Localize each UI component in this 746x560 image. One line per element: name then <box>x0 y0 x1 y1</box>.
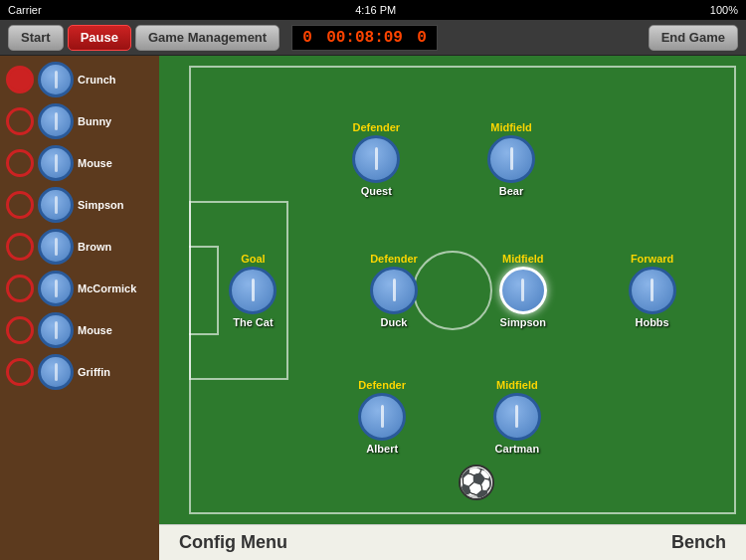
player-avatar <box>38 103 74 139</box>
sidebar-player-brown[interactable]: Brown <box>2 227 157 267</box>
player-avatar <box>38 187 74 223</box>
player-name-field-label: Simpson <box>500 316 546 328</box>
player-name-label: Mouse <box>78 324 112 336</box>
field-player-hobbs[interactable]: ForwardHobbs <box>629 253 676 328</box>
player-name-field-label: Bear <box>499 185 523 197</box>
end-game-button[interactable]: End Game <box>649 25 738 51</box>
player-name-field-label: Albert <box>366 443 398 455</box>
red-indicator <box>6 149 34 177</box>
position-label: Midfield <box>502 253 544 265</box>
carrier-label: Carrier <box>8 4 42 16</box>
red-indicator <box>6 275 34 302</box>
player-name-field-label: Hobbs <box>635 316 668 328</box>
player-avatar <box>38 145 74 181</box>
sidebar-player-crunch[interactable]: Crunch <box>2 60 157 99</box>
player-circle <box>352 135 400 183</box>
red-indicator <box>6 191 34 219</box>
player-name-label: Mouse <box>78 157 112 169</box>
sidebar-player-mccormick[interactable]: McCormick <box>2 269 157 308</box>
player-name-field-label: Duck <box>381 316 408 328</box>
player-name-field-label: The Cat <box>233 316 273 328</box>
field-player-albert[interactable]: DefenderAlbert <box>358 379 406 455</box>
red-indicator <box>6 107 34 135</box>
player-name-label: Griffin <box>78 366 110 378</box>
player-avatar <box>38 312 74 348</box>
goal-area <box>189 246 219 335</box>
center-circle <box>413 251 492 330</box>
position-label: Defender <box>358 379 406 391</box>
player-circle <box>629 267 676 314</box>
main-area: CrunchBunnyMouseSimpsonBrownMcCormickMou… <box>0 56 746 560</box>
config-menu-label[interactable]: Config Menu <box>179 532 287 553</box>
player-circle <box>370 267 418 314</box>
player-name-label: Simpson <box>78 199 123 211</box>
position-label: Defender <box>352 121 400 133</box>
bench-label[interactable]: Bench <box>671 532 726 553</box>
field-player-cartman[interactable]: MidfieldCartman <box>493 379 541 455</box>
game-management-button[interactable]: Game Management <box>135 25 280 51</box>
player-circle <box>499 267 547 314</box>
sidebar-player-mouse[interactable]: Mouse <box>2 143 157 183</box>
player-avatar <box>38 271 74 306</box>
player-name-field-label: Cartman <box>495 443 540 455</box>
position-label: Goal <box>241 253 265 265</box>
player-avatar <box>38 354 74 390</box>
time-label: 4:16 PM <box>355 4 396 16</box>
field-player-duck[interactable]: DefenderDuck <box>370 253 418 328</box>
sidebar-player-griffin[interactable]: Griffin <box>2 352 157 392</box>
player-name-label: Crunch <box>78 74 116 86</box>
position-label: Midfield <box>490 121 532 133</box>
sidebar-player-simpson[interactable]: Simpson <box>2 185 157 225</box>
field-player-quest[interactable]: DefenderQuest <box>352 121 400 197</box>
player-avatar <box>38 229 74 265</box>
status-bar: Carrier 4:16 PM 100% <box>0 0 746 20</box>
field-player-simpson[interactable]: MidfieldSimpson <box>499 253 547 328</box>
player-sidebar: CrunchBunnyMouseSimpsonBrownMcCormickMou… <box>0 56 159 560</box>
field-container: DefenderQuestMidfieldBearGoalThe CatDefe… <box>159 56 746 560</box>
toolbar: Start Pause Game Management 0 00:08:09 0… <box>0 20 746 56</box>
bottom-bar: Config Menu Bench <box>159 524 746 560</box>
field-player-thecat[interactable]: GoalThe Cat <box>229 253 277 328</box>
red-indicator <box>6 66 34 93</box>
soccer-field[interactable]: DefenderQuestMidfieldBearGoalThe CatDefe… <box>159 56 746 524</box>
player-name-label: McCormick <box>78 282 136 294</box>
sidebar-player-mouse[interactable]: Mouse <box>2 310 157 350</box>
player-circle <box>358 393 406 441</box>
player-circle <box>493 393 541 441</box>
red-indicator <box>6 233 34 261</box>
game-time: 00:08:09 <box>326 29 403 47</box>
home-score: 0 <box>300 29 314 47</box>
battery-label: 100% <box>710 4 738 16</box>
sidebar-player-bunny[interactable]: Bunny <box>2 101 157 141</box>
player-name-field-label: Quest <box>361 185 392 197</box>
scoreboard: 0 00:08:09 0 <box>291 25 438 51</box>
player-name-label: Bunny <box>78 115 111 127</box>
position-label: Midfield <box>496 379 538 391</box>
position-label: Defender <box>370 253 418 265</box>
pause-button[interactable]: Pause <box>68 25 131 51</box>
soccer-ball <box>459 465 494 500</box>
player-circle <box>229 267 277 314</box>
start-button[interactable]: Start <box>8 25 64 51</box>
field-player-bear[interactable]: MidfieldBear <box>487 121 535 197</box>
away-score: 0 <box>415 29 429 47</box>
red-indicator <box>6 316 34 344</box>
player-circle <box>487 135 535 183</box>
red-indicator <box>6 358 34 386</box>
player-name-label: Brown <box>78 241 111 253</box>
player-avatar <box>38 62 74 97</box>
position-label: Forward <box>631 253 673 265</box>
